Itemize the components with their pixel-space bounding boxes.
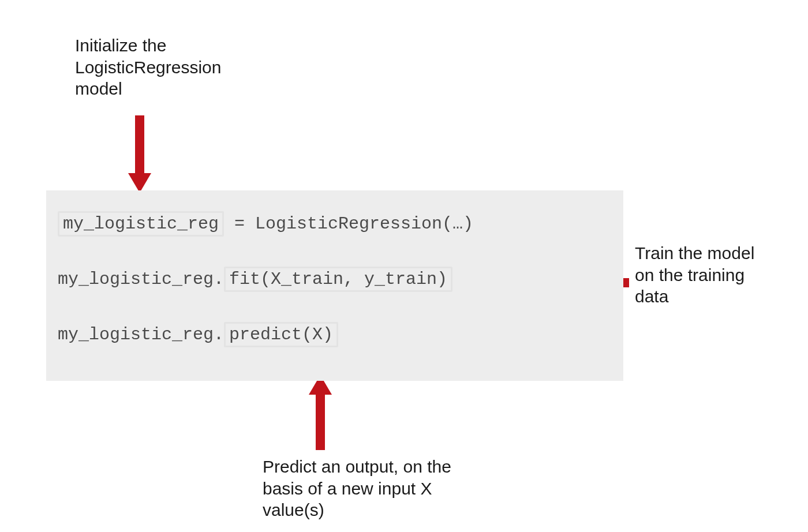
highlight-variable: my_logistic_reg bbox=[58, 211, 224, 237]
arrow-up-icon bbox=[309, 375, 332, 450]
annotation-predict: Predict an output, on the basis of a new… bbox=[263, 456, 459, 521]
highlight-fit-call: fit(X_train, y_train) bbox=[224, 267, 452, 292]
highlight-predict-call: predict(X) bbox=[224, 322, 338, 347]
annotation-initialize: Initialize the LogisticRegression model bbox=[75, 35, 260, 100]
code-prefix-3: my_logistic_reg. bbox=[58, 325, 224, 344]
diagram-stage: Initialize the LogisticRegression model … bbox=[0, 0, 808, 532]
annotation-train: Train the model on the training data bbox=[635, 242, 768, 308]
arrow-down-icon bbox=[128, 115, 151, 193]
code-block: my_logistic_reg = LogisticRegression(…) … bbox=[46, 190, 623, 381]
code-line-2: my_logistic_reg.fit(X_train, y_train) bbox=[58, 267, 612, 294]
code-line-3: my_logistic_reg.predict(X) bbox=[58, 322, 612, 350]
code-rest-1: = LogisticRegression(…) bbox=[224, 214, 473, 234]
code-line-1: my_logistic_reg = LogisticRegression(…) bbox=[58, 211, 612, 239]
code-prefix-2: my_logistic_reg. bbox=[58, 269, 224, 289]
